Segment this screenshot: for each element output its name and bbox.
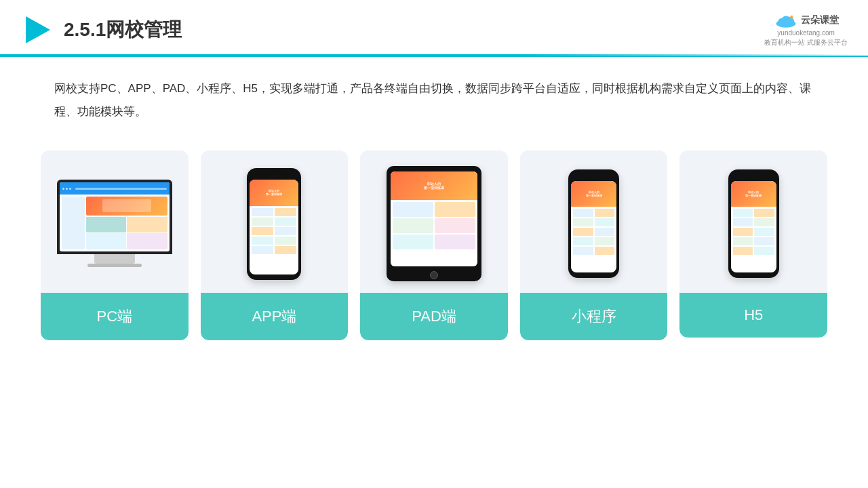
svg-point-4 — [782, 16, 790, 23]
header-line — [0, 54, 868, 56]
description: 网校支持PC、APP、PAD、小程序、H5，实现多端打通，产品各终端自由切换，数… — [0, 57, 868, 130]
card-pad-image: 职达人的第一堂训练课 — [360, 150, 508, 293]
card-miniprogram: 职达人的第一堂训练课 — [520, 150, 668, 340]
card-miniprogram-image: 职达人的第一堂训练课 — [520, 150, 668, 293]
card-pc: PC端 — [41, 150, 189, 340]
cards-container: PC端 职达人的第一堂训练课 — [0, 130, 868, 361]
cloud-icon — [774, 12, 798, 28]
logo-area: 云朵课堂 yunduoketang.com 教育机构一站 式服务云平台 — [764, 12, 848, 47]
header-left: 2.5.1网校管理 — [20, 14, 182, 46]
card-h5-label: H5 — [679, 293, 827, 338]
phone-mockup-app: 职达人的第一堂训练课 — [247, 168, 301, 280]
card-app-label: APP端 — [201, 293, 349, 340]
card-app: 职达人的第一堂训练课 — [201, 150, 349, 340]
logo-name: 云朵课堂 — [801, 14, 839, 26]
card-pc-image — [41, 150, 189, 293]
phone-mockup-h5: 职达人的第一堂训练课 — [728, 169, 779, 278]
card-pc-label: PC端 — [41, 293, 189, 340]
play-icon — [20, 14, 53, 46]
logo-cloud: 云朵课堂 — [774, 12, 839, 28]
card-pad-label: PAD端 — [360, 293, 508, 340]
pc-mockup — [57, 180, 172, 268]
card-app-image: 职达人的第一堂训练课 — [201, 150, 349, 293]
card-h5: 职达人的第一堂训练课 — [679, 150, 827, 338]
card-miniprogram-label: 小程序 — [520, 293, 668, 340]
pad-mockup: 职达人的第一堂训练课 — [387, 166, 481, 281]
card-pad: 职达人的第一堂训练课 PAD端 — [360, 150, 508, 340]
svg-marker-0 — [26, 16, 50, 43]
description-text: 网校支持PC、APP、PAD、小程序、H5，实现多端打通，产品各终端自由切换，数… — [54, 82, 811, 118]
logo-subtitle: yunduoketang.com 教育机构一站 式服务云平台 — [764, 28, 848, 47]
phone-mockup-mini: 职达人的第一堂训练课 — [568, 169, 619, 278]
page-title: 2.5.1网校管理 — [64, 17, 182, 43]
header: 2.5.1网校管理 云朵课堂 yunduoketang.com 教育机构一站 式… — [0, 0, 868, 57]
card-h5-image: 职达人的第一堂训练课 — [679, 150, 827, 293]
